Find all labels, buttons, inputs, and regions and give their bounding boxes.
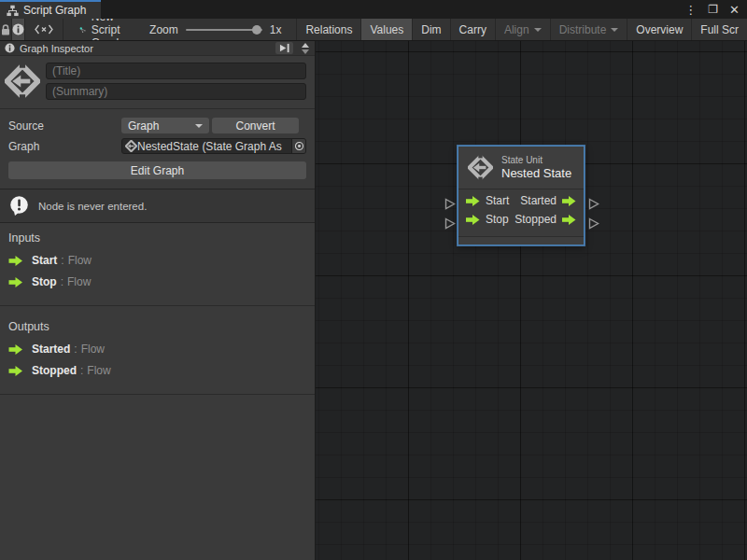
node-port-row: Start Started xyxy=(458,191,584,210)
new-script-graph-label: New Script Graph xyxy=(92,19,131,41)
graph-canvas[interactable]: State Unit Nested State Start Started xyxy=(316,41,747,560)
tab-bar: Script Graph ⋮ ❐ ✕ xyxy=(0,0,747,19)
port-name: Stopped xyxy=(32,364,77,377)
values-label: Values xyxy=(370,23,403,36)
graph-field-label: Graph xyxy=(8,140,121,153)
transition-port-icon[interactable] xyxy=(444,217,456,230)
object-picker-icon xyxy=(294,141,304,151)
overview-button[interactable]: Overview xyxy=(627,19,692,40)
node-titles: State Unit Nested State xyxy=(501,155,571,180)
graph-title-input[interactable] xyxy=(46,63,306,79)
state-unit-node[interactable]: State Unit Nested State Start Started xyxy=(458,146,585,245)
dim-toggle[interactable]: Dim xyxy=(413,19,450,40)
convert-label: Convert xyxy=(235,119,275,133)
state-unit-icon xyxy=(468,155,493,180)
zoom-slider-handle[interactable] xyxy=(252,25,261,35)
graph-row: Graph NestedState (State Graph As xyxy=(0,134,315,155)
zoom-slider[interactable] xyxy=(186,29,262,31)
new-script-graph-button[interactable]: New Script Graph xyxy=(70,19,140,40)
transition-port-icon[interactable] xyxy=(588,217,599,230)
port-separator: : xyxy=(80,364,83,377)
object-picker-button[interactable] xyxy=(291,139,305,153)
input-port-start[interactable]: Start xyxy=(466,194,509,207)
flow-arrow-icon xyxy=(8,366,23,376)
dock-right-icon xyxy=(278,43,290,53)
port-type: Flow xyxy=(68,254,92,267)
convert-button[interactable]: Convert xyxy=(212,118,299,133)
port-separator: : xyxy=(74,343,77,356)
port-type: Flow xyxy=(81,343,105,356)
source-row: Source Graph Convert xyxy=(0,109,315,134)
graph-toolbar: New Script Graph Zoom 1x Relations Value… xyxy=(0,19,747,41)
fullscreen-button[interactable]: Full Scr xyxy=(692,19,747,40)
port-row-started: Started : Flow xyxy=(8,343,306,356)
dock-panel-button[interactable] xyxy=(275,42,293,54)
toolbar-toggles: Relations Values Dim Carry Align Distrib… xyxy=(296,19,747,40)
panel-scroll-spinner[interactable] xyxy=(298,43,313,54)
port-separator: : xyxy=(61,254,63,267)
script-graph-icon xyxy=(7,5,19,17)
zoom-control: Zoom 1x xyxy=(140,19,290,40)
chevron-up-icon xyxy=(302,43,309,48)
graph-inspector-panel: Graph Inspector .notch{fill:#3a3a3a} xyxy=(0,41,316,560)
node-title: Nested State xyxy=(501,166,571,180)
values-toggle[interactable]: Values xyxy=(361,19,413,40)
lock-button[interactable] xyxy=(0,19,12,40)
distribute-label: Distribute xyxy=(559,23,607,36)
warning-text: Node is never entered. xyxy=(38,201,147,212)
chevron-down-icon xyxy=(611,28,618,32)
port-type: Flow xyxy=(67,275,91,288)
identity-fields xyxy=(46,63,306,100)
carry-label: Carry xyxy=(459,23,486,36)
inspector-toggle-button[interactable] xyxy=(12,19,25,40)
edit-graph-label: Edit Graph xyxy=(131,164,184,177)
port-name: Stop xyxy=(32,275,57,288)
port-name: Started xyxy=(32,343,70,356)
port-type: Flow xyxy=(87,364,110,377)
relations-toggle[interactable]: Relations xyxy=(296,19,361,40)
carry-toggle[interactable]: Carry xyxy=(451,19,496,40)
flow-arrow-icon xyxy=(8,277,23,287)
distribute-menu-button[interactable]: Distribute xyxy=(551,19,628,40)
source-dropdown[interactable]: Graph xyxy=(121,118,209,133)
node-header[interactable]: State Unit Nested State xyxy=(458,147,584,189)
graph-object-field[interactable]: NestedState (State Graph As xyxy=(121,138,306,154)
flow-arrow-icon xyxy=(466,196,480,206)
port-row-stop: Stop : Flow xyxy=(8,275,306,288)
flow-arrow-icon xyxy=(8,344,23,355)
code-preview-button[interactable] xyxy=(25,19,63,40)
port-label: Stop xyxy=(486,213,509,226)
output-port-started[interactable]: Started xyxy=(520,194,576,207)
tab-label: Script Graph xyxy=(23,4,86,17)
input-port-stop[interactable]: Stop xyxy=(466,213,509,226)
info-icon xyxy=(12,23,24,35)
script-graph-window: Script Graph ⋮ ❐ ✕ xyxy=(0,0,747,560)
tab-script-graph[interactable]: Script Graph xyxy=(0,0,101,19)
transition-port-icon[interactable] xyxy=(588,198,599,210)
chevron-down-icon xyxy=(195,124,203,128)
dim-label: Dim xyxy=(421,23,441,36)
maximize-icon[interactable]: ❐ xyxy=(708,4,718,15)
transition-port-icon[interactable] xyxy=(444,198,456,210)
port-row-stopped: Stopped : Flow xyxy=(8,364,306,377)
info-icon xyxy=(5,43,15,53)
window-menu-icon[interactable]: ⋮ xyxy=(684,4,697,16)
graph-identity-block: .notch{fill:#3a3a3a} xyxy=(0,56,315,105)
edit-graph-button[interactable]: Edit Graph xyxy=(8,161,306,179)
port-name: Start xyxy=(32,254,57,267)
divider xyxy=(0,394,315,395)
source-label: Source xyxy=(8,119,121,133)
state-graph-icon: .notch{fill:#3a3a3a} xyxy=(5,63,40,99)
close-icon[interactable]: ✕ xyxy=(729,4,740,16)
port-label: Started xyxy=(520,194,557,207)
port-label: Stopped xyxy=(514,213,557,226)
port-label: Start xyxy=(486,194,509,207)
outputs-title: Outputs xyxy=(8,320,306,333)
inputs-section: Inputs Start : Flow Stop : Flow xyxy=(0,223,315,305)
zoom-label: Zoom xyxy=(149,23,178,36)
graph-summary-input[interactable] xyxy=(46,83,306,100)
align-menu-button[interactable]: Align xyxy=(496,19,551,40)
chevron-down-icon xyxy=(302,49,309,54)
node-footer xyxy=(458,236,584,245)
output-port-stopped[interactable]: Stopped xyxy=(514,213,576,226)
